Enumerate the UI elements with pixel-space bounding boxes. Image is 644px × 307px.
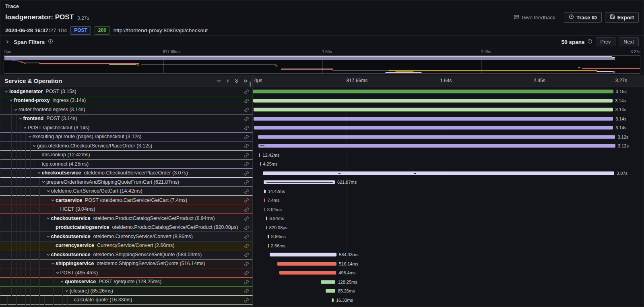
span-name-cell[interactable]: checkoutserviceoteldemo.CurrencyService/…	[0, 232, 253, 241]
chevron-down-icon[interactable]	[64, 288, 70, 294]
next-span-button[interactable]: Next	[619, 37, 639, 46]
span-bar[interactable]	[258, 135, 615, 139]
link-icon[interactable]	[244, 189, 250, 194]
span-bar[interactable]	[277, 262, 336, 266]
span-row[interactable]: tcp.connect (4.25ms)4.25ms	[0, 160, 644, 169]
link-icon[interactable]	[244, 252, 250, 257]
span-bar[interactable]	[264, 207, 265, 211]
span-row[interactable]: checkoutserviceoteldemo.ShippingService/…	[0, 250, 644, 259]
span-timeline-cell[interactable]: 516.14ms	[253, 259, 644, 269]
collapse-one-icon[interactable]	[215, 77, 223, 85]
span-bar[interactable]	[254, 117, 613, 120]
span-row[interactable]: checkoutserviceoteldemo.ProductCatalogSe…	[0, 214, 644, 223]
link-icon[interactable]	[244, 152, 250, 158]
span-timeline-cell[interactable]: 7.4ms	[253, 196, 644, 205]
chevron-down-icon[interactable]	[45, 188, 51, 194]
link-icon[interactable]	[244, 170, 250, 176]
span-timeline-cell[interactable]: 495.4ms	[253, 268, 644, 278]
span-row[interactable]: POST /api/checkout (3.14s)3.14s	[0, 123, 644, 133]
give-feedback-link[interactable]: Give feedback	[514, 14, 555, 21]
span-row[interactable]: oteldemo.CartService/GetCart (14.42ms)14…	[0, 187, 644, 196]
chevron-down-icon[interactable]	[8, 97, 14, 103]
link-icon[interactable]	[244, 225, 250, 230]
span-name-cell[interactable]: checkoutserviceoteldemo.ShippingService/…	[0, 250, 253, 259]
span-bar[interactable]	[263, 171, 614, 175]
span-row[interactable]: cartservicePOST /oteldemo.CartService/Ge…	[0, 196, 644, 205]
span-name-cell[interactable]: oteldemo.CartService/GetCart (14.42ms)	[0, 187, 253, 196]
span-timeline-cell[interactable]: 3.14s	[253, 96, 644, 106]
span-name-cell[interactable]: frontend-proxyingress (3.14s)	[0, 96, 253, 106]
chevron-down-icon[interactable]	[45, 252, 51, 257]
span-bar[interactable]	[321, 280, 335, 284]
span-bar[interactable]	[260, 162, 261, 166]
span-bar[interactable]	[270, 253, 336, 257]
span-timeline-cell[interactable]: 12.42ms	[253, 151, 644, 160]
span-timeline-cell[interactable]: 8.86ms	[253, 232, 644, 241]
span-timeline-cell[interactable]: 3.12s	[253, 133, 644, 142]
chevron-down-icon[interactable]	[18, 116, 23, 121]
span-bar[interactable]	[326, 289, 335, 293]
span-timeline-cell[interactable]: 16.33ms	[253, 296, 644, 305]
minimap-canvas[interactable]	[4, 55, 640, 74]
span-row[interactable]: dns.lookup (12.42ms)12.42ms	[0, 151, 644, 160]
span-name-cell[interactable]: dns.lookup (12.42ms)	[0, 151, 253, 160]
span-name-cell[interactable]: loadgeneratorPOST (3.15s)	[0, 87, 253, 96]
chevron-down-icon[interactable]	[4, 89, 9, 94]
span-row[interactable]: prepareOrderItemsAndShippingQuoteFromCar…	[0, 178, 644, 187]
link-icon[interactable]	[244, 288, 250, 294]
link-icon[interactable]	[244, 207, 250, 212]
prev-span-button[interactable]: Prev	[596, 37, 616, 46]
span-name-cell[interactable]: shippingserviceoteldemo.ShippingService/…	[0, 259, 253, 269]
span-bar[interactable]	[332, 298, 334, 302]
link-icon[interactable]	[244, 125, 250, 131]
span-row[interactable]: checkoutserviceoteldemo.CurrencyService/…	[0, 232, 644, 241]
collapse-all-icon[interactable]	[232, 77, 241, 85]
chevron-down-icon[interactable]	[59, 279, 65, 284]
span-row[interactable]: checkoutserviceoteldemo.CheckoutService/…	[0, 169, 644, 178]
span-name-cell[interactable]: cartservicePOST /oteldemo.CartService/Ge…	[0, 196, 253, 205]
span-row[interactable]: grpc.oteldemo.CheckoutService/PlaceOrder…	[0, 141, 644, 151]
span-bar[interactable]	[266, 217, 267, 220]
span-timeline-cell[interactable]: 3.14s	[253, 114, 644, 124]
span-timeline-cell[interactable]: 2.66ms	[253, 241, 644, 251]
span-bar[interactable]	[254, 126, 613, 130]
link-icon[interactable]	[244, 161, 250, 167]
span-timeline-cell[interactable]: 128.25ms	[253, 278, 644, 287]
span-timeline-cell[interactable]: 3.15s	[253, 87, 644, 96]
span-name-cell[interactable]: {closure} (85.26ms)	[0, 286, 253, 296]
span-row[interactable]: loadgeneratorPOST (3.15s)3.15s	[0, 87, 644, 96]
span-name-cell[interactable]: router frontend egress (3.14s)	[0, 105, 253, 114]
span-row[interactable]: frontendPOST (3.14s)3.14s	[0, 114, 644, 124]
span-name-cell[interactable]: grpc.oteldemo.CheckoutService/PlaceOrder…	[0, 141, 253, 151]
trace-id-button[interactable]: Trace ID	[564, 12, 602, 23]
span-timeline-cell[interactable]: 6.94ms	[253, 214, 644, 223]
expand-one-icon[interactable]	[223, 77, 232, 85]
link-icon[interactable]	[244, 216, 250, 221]
span-name-cell[interactable]: prepareOrderItemsAndShippingQuoteFromCar…	[0, 178, 253, 187]
span-timeline-cell[interactable]: 85.26ms	[253, 286, 644, 296]
chevron-down-icon[interactable]	[36, 170, 42, 176]
chevron-down-icon[interactable]	[50, 261, 56, 266]
span-row[interactable]: HGET (3.04ms)3.04ms	[0, 205, 644, 214]
chevron-down-icon[interactable]	[13, 107, 19, 112]
span-bar[interactable]	[253, 90, 613, 93]
span-bar[interactable]	[268, 235, 269, 239]
link-icon[interactable]	[244, 279, 250, 285]
link-icon[interactable]	[244, 98, 250, 104]
span-row[interactable]: {closure} (85.26ms)85.26ms	[0, 286, 644, 296]
span-row[interactable]: executing api route (pages) /api/checkou…	[0, 133, 644, 142]
chevron-down-icon[interactable]	[45, 234, 51, 239]
span-timeline-cell[interactable]: 621.87ms	[253, 178, 644, 187]
chevron-right-icon[interactable]	[5, 38, 10, 46]
span-name-cell[interactable]: productcatalogserviceoteldemo.ProductCat…	[0, 223, 253, 232]
chevron-down-icon[interactable]	[31, 143, 37, 149]
span-bar[interactable]	[254, 108, 613, 112]
span-timeline-cell[interactable]: 3.14s	[253, 105, 644, 114]
span-timeline-cell[interactable]: 14.42ms	[253, 187, 644, 196]
span-bar[interactable]	[268, 244, 269, 247]
link-icon[interactable]	[244, 179, 250, 185]
span-filters-label[interactable]: Span Filters	[14, 39, 45, 45]
span-timeline-cell[interactable]: 3.04ms	[253, 205, 644, 214]
span-name-cell[interactable]: quoteservicePOST /getquote (128.25ms)	[0, 278, 253, 287]
link-icon[interactable]	[244, 197, 250, 203]
